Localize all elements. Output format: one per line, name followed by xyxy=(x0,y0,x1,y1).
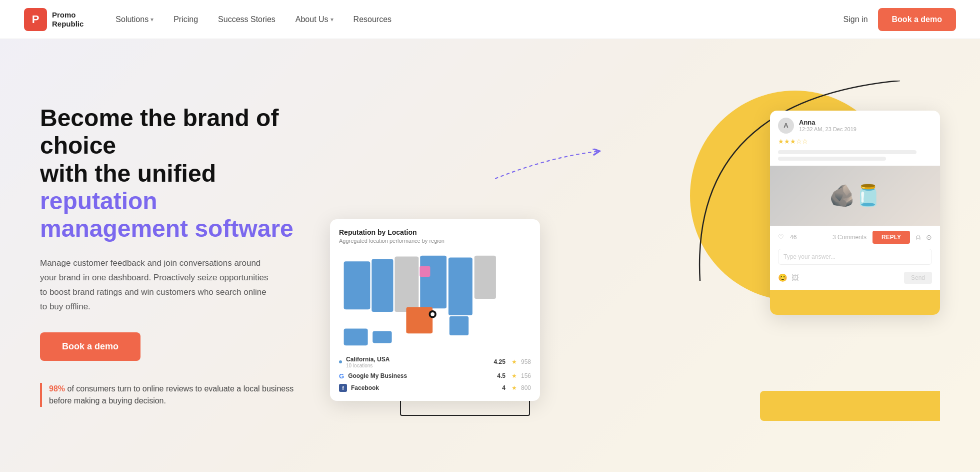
svg-rect-0 xyxy=(344,261,370,309)
hero-right: Reputation by Location Aggregated locati… xyxy=(320,81,940,431)
review-card: A Anna 12:32 AM, 23 Dec 2019 ★★★☆☆ 🪨🫙 ♡ … xyxy=(770,111,940,315)
reviewer-row: A Anna 12:32 AM, 23 Dec 2019 xyxy=(778,118,932,134)
reviewer-avatar: A xyxy=(778,118,794,134)
svg-rect-9 xyxy=(372,331,392,343)
svg-rect-1 xyxy=(372,259,393,312)
logo-icon: P xyxy=(24,8,47,31)
map-card-title: Reputation by Location xyxy=(339,228,531,236)
review-card-yellow-footer xyxy=(770,290,940,315)
location-row-gmb: G Google My Business 4.5 ★ 156 xyxy=(339,372,531,380)
review-product-image: 🪨🫙 xyxy=(770,166,940,226)
review-stars: ★★★☆☆ xyxy=(778,138,932,145)
svg-rect-10 xyxy=(420,266,430,276)
map-card: Reputation by Location Aggregated locati… xyxy=(330,219,540,401)
nav-about-us[interactable]: About Us ▾ xyxy=(288,11,342,28)
svg-rect-5 xyxy=(474,255,496,298)
location-row-california: California, USA 10 locations 4.25 ★ 958 xyxy=(339,356,531,368)
svg-rect-3 xyxy=(420,255,446,308)
review-card-top: A Anna 12:32 AM, 23 Dec 2019 ★★★☆☆ xyxy=(770,111,940,150)
svg-rect-2 xyxy=(394,256,418,311)
nav-pricing[interactable]: Pricing xyxy=(166,11,206,28)
hero-headline: Become the brand of choice with the unif… xyxy=(40,104,300,242)
stat-text: 98% of consumers turn to online reviews … xyxy=(49,383,300,407)
nav-right: Sign in Book a demo xyxy=(844,8,956,31)
stat-number: 98% xyxy=(49,384,65,393)
svg-point-12 xyxy=(430,312,434,316)
reply-input[interactable]: Type your answer... xyxy=(778,249,932,265)
nav-solutions[interactable]: Solutions ▾ xyxy=(108,11,162,28)
review-actions: ♡ 46 3 Comments REPLY ⎙ ⊙ xyxy=(770,226,940,249)
reviewer-info: Anna 12:32 AM, 23 Dec 2019 xyxy=(799,119,856,132)
map-card-subtitle: Aggregated location performance by regio… xyxy=(339,238,531,244)
dashed-arrow-decoration xyxy=(495,146,605,190)
chevron-down-icon: ▾ xyxy=(150,16,154,23)
hero-section: Become the brand of choice with the unif… xyxy=(0,39,980,472)
location-row-facebook: f Facebook 4 ★ 800 xyxy=(339,384,531,392)
svg-rect-8 xyxy=(344,328,368,345)
options-icon: ⊙ xyxy=(926,233,932,241)
map-visual xyxy=(339,250,531,350)
nav-success-stories[interactable]: Success Stories xyxy=(210,11,284,28)
stat-block: 98% of consumers turn to online reviews … xyxy=(40,383,300,407)
hero-left: Become the brand of choice with the unif… xyxy=(40,104,300,407)
chevron-down-icon-2: ▾ xyxy=(330,16,334,23)
svg-rect-6 xyxy=(450,316,468,335)
sign-in-link[interactable]: Sign in xyxy=(844,15,868,24)
send-reply-button[interactable]: Send xyxy=(904,272,932,284)
share-icon: ⎙ xyxy=(916,233,920,241)
nav-resources[interactable]: Resources xyxy=(346,11,400,28)
navigation: P PromoRepublic Solutions ▾ Pricing Succ… xyxy=(0,0,980,39)
reply-button[interactable]: REPLY xyxy=(872,231,910,244)
yellow-strip-decoration xyxy=(760,391,940,421)
review-text-lines xyxy=(770,150,940,166)
emoji-icon: 😊 xyxy=(778,273,788,282)
logo[interactable]: P PromoRepublic xyxy=(24,8,84,31)
svg-rect-7 xyxy=(406,307,432,333)
svg-rect-4 xyxy=(448,257,472,315)
hero-cta-button[interactable]: Book a demo xyxy=(40,332,140,361)
logo-text: PromoRepublic xyxy=(52,11,84,29)
image-icon: 🖼 xyxy=(792,273,799,282)
reply-toolbar: 😊 🖼 Send xyxy=(770,270,940,290)
book-demo-nav-button[interactable]: Book a demo xyxy=(878,8,956,31)
nav-links: Solutions ▾ Pricing Success Stories Abou… xyxy=(108,11,843,28)
hero-subtext: Manage customer feedback and join conver… xyxy=(40,256,275,314)
map-locations: California, USA 10 locations 4.25 ★ 958 … xyxy=(339,356,531,392)
